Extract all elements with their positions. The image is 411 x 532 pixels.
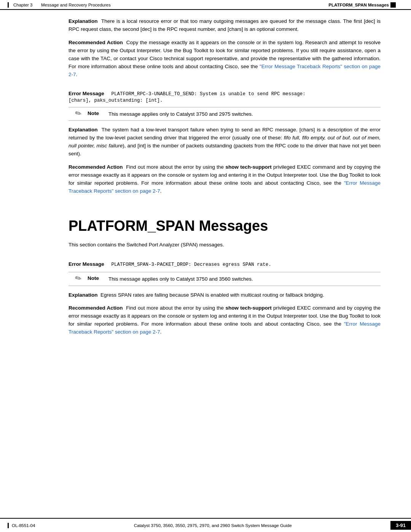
rpc-rec-action-label: Recommended Action bbox=[68, 164, 123, 170]
footer-doc-number: OL-8551-04 bbox=[12, 523, 35, 528]
footer-bar bbox=[8, 523, 9, 528]
span-note-pencil-icon: ✎ bbox=[73, 273, 83, 283]
span-note-text: This message applies only to Catalyst 37… bbox=[108, 275, 381, 283]
prev-rec-action-end: . bbox=[76, 72, 78, 77]
rpc-error-msg-line: Error Message PLATFORM_RPC-3-UNABLE_TO_S… bbox=[68, 90, 381, 98]
prev-explanation-text: There is a local resource error or that … bbox=[68, 18, 381, 32]
header-left: Chapter 3 Message and Recovery Procedure… bbox=[8, 2, 111, 8]
rpc-error-message-block: Error Message PLATFORM_RPC-3-UNABLE_TO_S… bbox=[68, 90, 381, 103]
prev-recommended-action-para: Recommended Action Copy the message exac… bbox=[68, 39, 381, 79]
rpc-error-msg-label: Error Message bbox=[68, 91, 104, 96]
page-footer: OL-8551-04 Catalyst 3750, 3560, 3550, 29… bbox=[0, 518, 411, 532]
footer-page-number: 3-91 bbox=[390, 521, 411, 530]
main-content: Explanation There is a local resource er… bbox=[0, 10, 411, 349]
span-rec-action-text1: Find out more about the error by using t… bbox=[124, 305, 225, 311]
footer-center: Catalyst 3750, 3560, 3550, 2975, 2970, a… bbox=[134, 523, 292, 528]
span-error-msg-code: PLATFORM_SPAN-3-PACKET_DROP: Decreases e… bbox=[106, 262, 271, 267]
rpc-note-icon-col: ✎ bbox=[68, 110, 88, 117]
header-section-right: PLATFORM_SPAN Messages bbox=[328, 3, 389, 7]
rpc-note-box: ✎ Note This message applies only to Cata… bbox=[68, 107, 381, 121]
span-error-message-block: Error Message PLATFORM_SPAN-3-PACKET_DRO… bbox=[68, 260, 381, 268]
rpc-error-msg-code: PLATFORM_RPC-3-UNABLE_TO_SEND: System is… bbox=[106, 91, 306, 97]
span-error-msg-label: Error Message bbox=[68, 261, 104, 267]
note-pencil-icon: ✎ bbox=[73, 109, 83, 118]
rpc-rec-action-text1: Find out more about the error by using t… bbox=[124, 164, 225, 170]
platform-span-heading: PLATFORM_SPAN Messages bbox=[68, 218, 381, 234]
span-rec-action-bold: show tech-support bbox=[225, 305, 271, 311]
header-right: PLATFORM_SPAN Messages bbox=[328, 2, 396, 8]
header-chapter-title: Message and Recovery Procedures bbox=[41, 3, 111, 7]
span-note-icon-col: ✎ bbox=[68, 275, 88, 282]
prev-explanation-para: Explanation There is a local resource er… bbox=[68, 18, 381, 34]
rpc-rec-action-bold: show tech-support bbox=[225, 164, 271, 170]
span-explanation-text: Egress SPAN rates are falling because SP… bbox=[99, 292, 324, 298]
header-bar-left bbox=[8, 2, 9, 8]
platform-span-intro: This section contains the Switched Port … bbox=[68, 241, 381, 249]
rpc-explanation-para: Explanation The system had a low-level t… bbox=[68, 126, 381, 158]
header-chapter-label: Chapter 3 bbox=[13, 3, 33, 7]
rpc-rec-action-para: Recommended Action Find out more about t… bbox=[68, 163, 381, 195]
rpc-note-label: Note bbox=[88, 110, 108, 116]
span-note-box: ✎ Note This message applies only to Cata… bbox=[68, 272, 381, 286]
span-rec-action-end: . bbox=[160, 329, 162, 335]
span-error-msg-line: Error Message PLATFORM_SPAN-3-PACKET_DRO… bbox=[68, 260, 381, 268]
span-explanation-label: Explanation bbox=[68, 292, 98, 298]
rpc-note-text: This message applies only to Catalyst 37… bbox=[108, 110, 381, 118]
rpc-rec-action-end: . bbox=[160, 188, 162, 194]
span-rec-action-para: Recommended Action Find out more about t… bbox=[68, 304, 381, 336]
page-header: Chapter 3 Message and Recovery Procedure… bbox=[0, 0, 411, 10]
span-explanation-para: Explanation Egress SPAN rates are fallin… bbox=[68, 291, 381, 299]
rpc-explanation-text: The system had a low-level transport fai… bbox=[68, 127, 381, 157]
prev-explanation-label: Explanation bbox=[68, 18, 98, 24]
span-note-label: Note bbox=[88, 275, 108, 281]
prev-rec-action-label: Recommended Action bbox=[68, 40, 123, 45]
rpc-explanation-label: Explanation bbox=[68, 127, 98, 133]
footer-left: OL-8551-04 bbox=[8, 523, 35, 528]
span-rec-action-label: Recommended Action bbox=[68, 305, 123, 311]
rpc-error-msg-code2: [chars], paks_outstanding: [int]. bbox=[68, 98, 381, 103]
header-bar-right bbox=[390, 2, 396, 8]
